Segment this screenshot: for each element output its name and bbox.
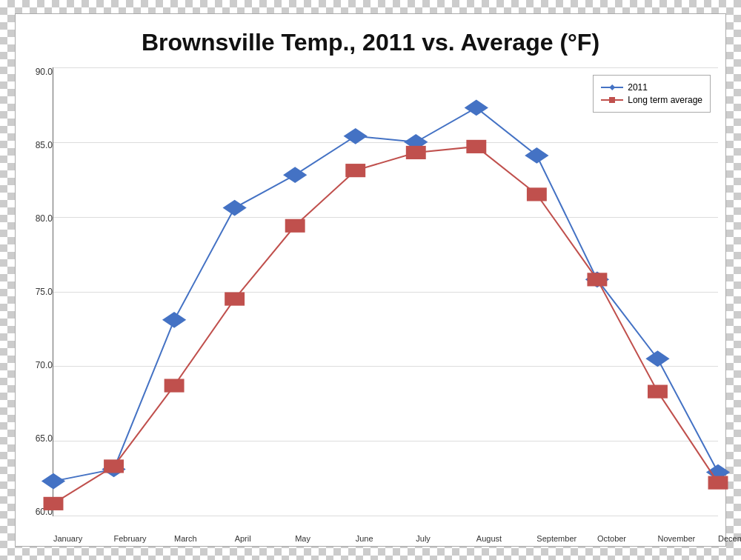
svg-rect-20 (527, 187, 547, 201)
y-label: 65.0 (23, 434, 53, 443)
svg-rect-14 (165, 379, 185, 392)
chart-title: Brownsville Temp., 2011 vs. Average (°F) (23, 21, 718, 67)
y-label: 90.0 (23, 67, 53, 76)
svg-rect-22 (648, 385, 668, 399)
chart-container: Brownsville Temp., 2011 vs. Average (°F)… (15, 13, 726, 547)
svg-rect-21 (587, 273, 607, 286)
svg-rect-12 (44, 497, 64, 510)
chart-inner: JanuaryFebruaryMarchAprilMayJuneJulyAugu… (53, 67, 718, 516)
legend-label-average: Long term average (628, 95, 702, 105)
svg-rect-17 (345, 164, 365, 177)
svg-rect-18 (406, 146, 426, 159)
grid-line (53, 516, 718, 516)
svg-rect-16 (285, 219, 305, 233)
y-label: 75.0 (23, 287, 53, 296)
legend-dot-2011 (609, 84, 615, 90)
y-label: 85.0 (23, 141, 53, 150)
legend-line-2011 (601, 87, 623, 88)
svg-marker-3 (222, 200, 246, 216)
chart-area: 90.085.080.075.070.065.060.0 JanuaryFebr… (23, 67, 718, 539)
legend-item-2011: 2011 (601, 82, 702, 93)
svg-rect-19 (466, 140, 486, 153)
legend-item-average: Long term average (601, 95, 702, 105)
svg-rect-15 (225, 293, 245, 306)
legend: 2011 Long term average (593, 75, 711, 113)
y-label: 80.0 (23, 214, 53, 223)
legend-line-average (601, 99, 623, 101)
legend-dot-average (609, 97, 615, 103)
svg-marker-10 (645, 350, 669, 367)
svg-rect-23 (708, 476, 728, 490)
svg-rect-13 (104, 459, 124, 473)
svg-marker-8 (525, 147, 548, 164)
svg-marker-7 (465, 100, 488, 116)
legend-label-2011: 2011 (628, 82, 648, 93)
y-axis-labels: 90.085.080.075.070.065.060.0 (23, 67, 53, 539)
svg-marker-2 (162, 312, 186, 328)
chart-svg (53, 67, 718, 516)
y-label: 70.0 (23, 361, 53, 370)
